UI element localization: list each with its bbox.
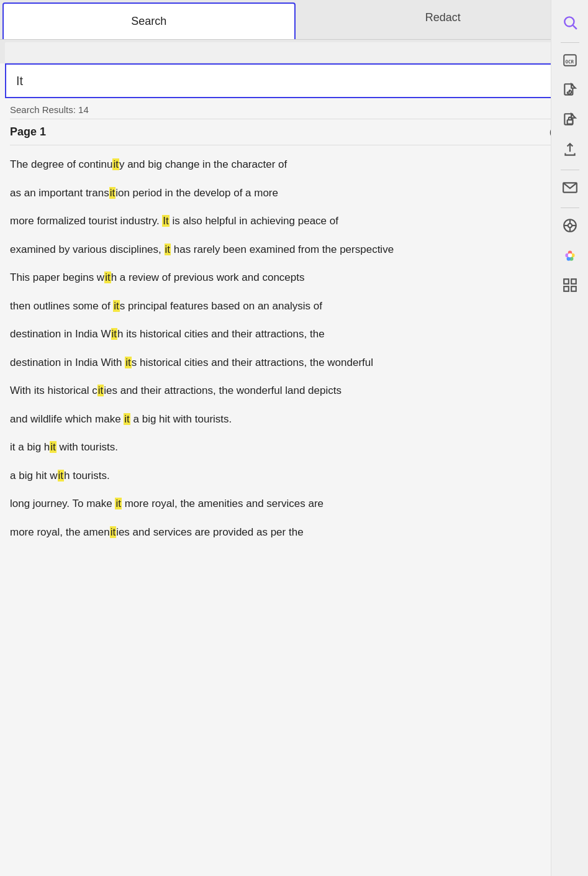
- sidebar-refresh-icon[interactable]: [556, 76, 584, 104]
- result-text: ion period in the develop of a more: [115, 187, 278, 199]
- result-text: h its historical cities and their attrac…: [117, 328, 325, 340]
- highlight-text: it: [112, 158, 119, 170]
- svg-rect-23: [564, 286, 569, 291]
- result-item[interactable]: destination in India With its historical…: [10, 349, 578, 377]
- result-text: with tourists.: [57, 441, 118, 453]
- svg-line-2: [572, 25, 576, 29]
- result-text: and wildlife which make: [10, 413, 124, 425]
- result-text: a big hit w: [10, 470, 58, 481]
- result-text: s principal features based on an analysi…: [120, 300, 322, 312]
- result-item[interactable]: more formalized tourist industry. It is …: [10, 207, 578, 235]
- result-text: a big hit with tourists.: [130, 413, 232, 425]
- main-panel: Search Redact Search Results: 14 Page 1 …: [0, 0, 588, 876]
- highlight-text: it: [104, 271, 111, 283]
- highlight-text: it: [124, 413, 130, 425]
- sidebar-save-icon[interactable]: [556, 212, 584, 239]
- sidebar-ocr-icon[interactable]: OCR: [556, 47, 584, 74]
- svg-rect-22: [571, 279, 576, 284]
- svg-point-10: [568, 224, 572, 228]
- svg-rect-7: [567, 120, 572, 124]
- result-item[interactable]: destination in India With its historical…: [10, 320, 578, 349]
- highlight-text: it: [165, 244, 171, 255]
- result-item[interactable]: a big hit with tourists.: [10, 462, 578, 490]
- result-text: ies and services are provided as per the: [116, 526, 303, 538]
- highlight-text: it: [50, 441, 57, 453]
- svg-rect-24: [571, 286, 576, 291]
- result-item[interactable]: This paper begins with a review of previ…: [10, 263, 578, 292]
- highlight-text: it: [97, 385, 104, 396]
- svg-text:OCR: OCR: [565, 59, 574, 65]
- result-text: destination in India With: [10, 357, 125, 368]
- svg-point-20: [568, 253, 572, 258]
- result-text: This paper begins w: [10, 271, 104, 283]
- highlight-text: it: [111, 328, 118, 340]
- page-header: Page 1 (14) ∨: [0, 119, 588, 145]
- tab-search[interactable]: Search: [2, 2, 296, 39]
- result-text: h tourists.: [64, 470, 110, 481]
- result-text: h a review of previous work and concepts: [111, 271, 305, 283]
- sidebar: OCR: [551, 0, 588, 876]
- result-item[interactable]: more royal, the amenities and services a…: [10, 518, 578, 547]
- result-text: long journey. To make: [10, 498, 115, 509]
- sidebar-share-icon[interactable]: [556, 136, 584, 163]
- result-text: y and big change in the character of: [119, 158, 287, 170]
- result-text: ies and their attractions, the wonderful…: [104, 385, 341, 396]
- svg-point-1: [564, 17, 574, 26]
- result-item[interactable]: as an important transition period in the…: [10, 179, 578, 208]
- highlight-text: it: [110, 526, 117, 538]
- result-item[interactable]: The degree of continuity and big change …: [10, 150, 578, 179]
- result-text: destination in India W: [10, 328, 111, 340]
- page-title: Page 1: [10, 125, 46, 139]
- sidebar-flower-icon[interactable]: [556, 242, 584, 269]
- highlight-text: it: [109, 187, 116, 199]
- results-count: Search Results: 14: [0, 98, 588, 119]
- result-item[interactable]: and wildlife which make it a big hit wit…: [10, 405, 578, 434]
- result-text: examined by various disciplines,: [10, 244, 165, 255]
- result-text: as an important trans: [10, 187, 109, 199]
- highlight-text: it: [125, 357, 132, 368]
- result-item[interactable]: examined by various disciplines, it has …: [10, 235, 578, 264]
- result-text: The degree of continu: [10, 158, 112, 170]
- result-item[interactable]: With its historical cities and their att…: [10, 376, 578, 405]
- result-text: With its historical c: [10, 385, 97, 396]
- sidebar-divider-2: [561, 170, 579, 170]
- sidebar-search-icon[interactable]: [556, 9, 584, 36]
- highlight-text: it: [58, 470, 65, 481]
- search-input-container: [5, 63, 583, 98]
- result-text: more royal, the amenities and services a…: [122, 498, 323, 509]
- result-text: more formalized tourist industry.: [10, 215, 162, 227]
- result-text: s historical cities and their attraction…: [132, 357, 373, 368]
- tab-bar: Search Redact: [0, 0, 588, 40]
- highlight-text: it: [115, 498, 122, 509]
- svg-rect-21: [564, 279, 569, 284]
- sidebar-divider-3: [561, 208, 579, 208]
- results-list: The degree of continuity and big change …: [0, 145, 588, 551]
- sidebar-divider-1: [561, 42, 579, 43]
- sidebar-grid-icon[interactable]: [556, 271, 584, 299]
- result-item[interactable]: then outlines some of its principal feat…: [10, 292, 578, 321]
- result-text: has rarely been examined from the perspe…: [171, 244, 394, 255]
- highlight-text: it: [113, 300, 120, 312]
- tab-redact[interactable]: Redact: [298, 0, 589, 39]
- result-text: more royal, the amen: [10, 526, 110, 538]
- result-text: is also helpful in achieving peace of: [170, 215, 338, 227]
- highlight-text: It: [162, 215, 169, 227]
- result-text: it a big h: [10, 441, 50, 453]
- result-item[interactable]: it a big hit with tourists.: [10, 433, 578, 462]
- result-item[interactable]: long journey. To make it more royal, the…: [10, 490, 578, 518]
- sidebar-lock-icon[interactable]: [556, 106, 584, 134]
- search-input[interactable]: [16, 74, 558, 88]
- result-text: then outlines some of: [10, 300, 113, 312]
- sidebar-mail-icon[interactable]: [556, 174, 584, 201]
